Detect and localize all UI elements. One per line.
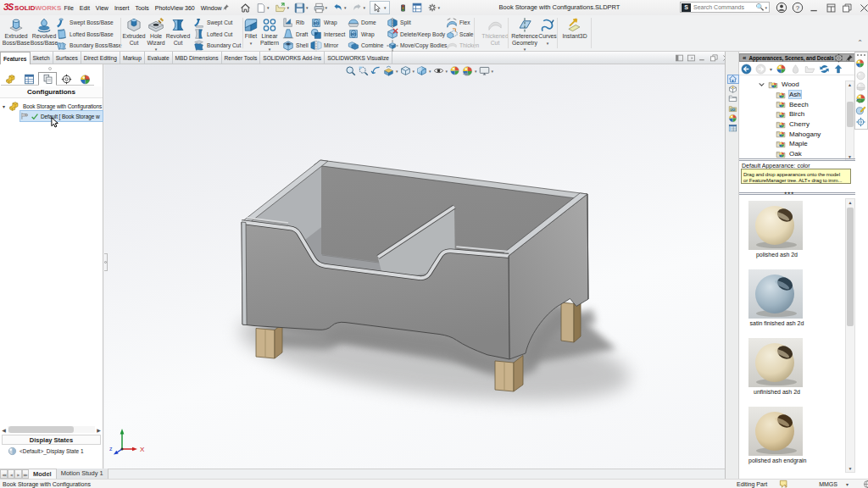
tree-collapse-icon[interactable]: ▾: [0, 103, 8, 109]
left-panel-hscrollbar[interactable]: ◀ ▶: [0, 425, 103, 434]
options-caret-icon[interactable]: ▾: [438, 5, 441, 10]
restore-button[interactable]: [839, 3, 856, 14]
tp-tab-file-explorer[interactable]: [727, 94, 739, 103]
tab-sketch[interactable]: Sketch: [31, 52, 53, 64]
ribbon-flex-button[interactable]: Flex: [446, 17, 470, 28]
tp-tab-view-palette[interactable]: [727, 104, 739, 114]
menu-window[interactable]: Window: [198, 5, 225, 11]
pane-disabled-1[interactable]: [790, 64, 801, 75]
ribbon-swept-cut-button[interactable]: Swept Cut: [193, 17, 232, 28]
doc-minimize-icon[interactable]: [698, 54, 710, 62]
pane-appearances-button[interactable]: [776, 64, 787, 74]
tp-tab-resources[interactable]: [727, 75, 739, 84]
ribbon-collapse-icon[interactable]: ⌃: [857, 39, 863, 47]
ribbon-instant3d-button[interactable]: Instant3D: [557, 15, 593, 40]
motion-tab-model[interactable]: Model: [29, 469, 57, 479]
print-button[interactable]: ▾: [311, 1, 331, 14]
appearance-thumb-4[interactable]: polished ash endgrain: [748, 407, 805, 464]
graphics-area[interactable]: ▾▾▾▾▾▾ Xz: [104, 64, 725, 469]
tab-features[interactable]: Features: [0, 52, 31, 64]
tape-button-2[interactable]: ▶: [14, 469, 22, 479]
ribbon-delete-keep-body-button[interactable]: Delete/Keep Body: [387, 29, 445, 40]
apply-scene-button[interactable]: [462, 65, 473, 76]
tree-item-default-config[interactable]: Default [ Book Storage w: [20, 111, 103, 121]
section-view-caret-icon[interactable]: ▾: [396, 69, 398, 74]
search-input[interactable]: [691, 4, 756, 10]
thumbnails-scrollbar[interactable]: ▲▼: [845, 198, 855, 473]
ribbon-shell-button[interactable]: Shell: [282, 40, 309, 51]
appearance-item-ash[interactable]: Ash: [739, 90, 844, 100]
zoom-area-button[interactable]: [358, 65, 369, 76]
ribbon-scale-button[interactable]: Scale: [446, 29, 474, 40]
hscroll-thumb[interactable]: [8, 426, 74, 433]
undo-button[interactable]: ▾: [330, 1, 349, 14]
ribbon-intersect-button[interactable]: Intersect: [310, 29, 345, 40]
menu-file[interactable]: File: [61, 5, 76, 11]
units-caret-icon[interactable]: ▾: [846, 481, 849, 487]
help-button[interactable]: ?: [790, 2, 807, 14]
tree-expand-icon[interactable]: [758, 80, 765, 88]
apply-scene-caret-icon[interactable]: ▾: [475, 69, 477, 74]
close-button[interactable]: [856, 3, 868, 14]
section-view-button[interactable]: [383, 65, 394, 76]
panel-collapse-handle[interactable]: [104, 253, 108, 271]
display-style-button[interactable]: [416, 65, 427, 76]
menu-view[interactable]: View: [92, 5, 111, 11]
tab-render-tools[interactable]: Render Tools: [222, 52, 261, 64]
motion-tab-motion-study-1[interactable]: Motion Study 1: [57, 469, 108, 479]
menu-tools[interactable]: Tools: [132, 5, 152, 11]
tree-item-root[interactable]: ▾Book Storage with Configurations: [0, 101, 103, 111]
menu-pin-icon[interactable]: [222, 3, 230, 11]
hscroll-left-arrow[interactable]: ◀: [0, 427, 8, 433]
ribbon-dome-button[interactable]: Dome: [348, 17, 376, 28]
status-units-label[interactable]: MMGS: [819, 481, 837, 487]
pane-forward-caret-icon[interactable]: ▾: [770, 66, 772, 72]
previous-view-button[interactable]: [370, 65, 381, 76]
fm-tab-display[interactable]: [75, 72, 94, 86]
panel-grip[interactable]: [48, 67, 52, 70]
pane-forward-button[interactable]: [755, 64, 766, 75]
home-button[interactable]: [237, 1, 253, 14]
fly-decal-icon[interactable]: [855, 81, 867, 92]
open-button[interactable]: ▾: [272, 1, 292, 14]
new-document-button[interactable]: ▾: [253, 1, 272, 14]
toolbar-grip[interactable]: [857, 54, 865, 57]
tape-button-1[interactable]: ◀: [8, 469, 15, 479]
redo-caret-icon[interactable]: ▾: [364, 5, 366, 10]
scroll-thumb[interactable]: [847, 208, 854, 326]
tab-mbd-dimensions[interactable]: MBD Dimensions: [173, 52, 222, 64]
login-button[interactable]: [773, 2, 790, 14]
appearance-item-oak[interactable]: Oak: [739, 149, 844, 159]
pane-refresh-button[interactable]: [819, 64, 830, 75]
caret-down-icon[interactable]: ▾: [530, 41, 565, 46]
save-caret-icon[interactable]: ▾: [306, 5, 309, 10]
pane-pin-icon[interactable]: [845, 53, 854, 63]
fly-appearance2-icon[interactable]: [855, 93, 867, 103]
tab-evaluate[interactable]: Evaluate: [145, 52, 173, 64]
ribbon-lofted-cut-button[interactable]: Lofted Cut: [193, 29, 232, 40]
model-3d[interactable]: [104, 64, 725, 469]
ribbon-split-button[interactable]: Split: [387, 17, 411, 28]
appearance-item-beech[interactable]: Beech: [739, 99, 844, 109]
ribbon-swept-boss-button[interactable]: Swept Boss/Base: [56, 17, 114, 28]
search-box[interactable]: S 🔍 ▾: [680, 2, 770, 13]
appearance-thumb-1[interactable]: polished ash 2d: [748, 201, 805, 258]
status-sphere-icon[interactable]: [863, 480, 868, 488]
ribbon-boundary-boss-button[interactable]: Boundary Boss/Base: [56, 40, 122, 51]
expand-pane-icon[interactable]: «: [743, 54, 746, 62]
ribbon-combine-button[interactable]: Combine: [348, 40, 383, 51]
scroll-down-icon[interactable]: ▼: [846, 465, 854, 472]
open-caret-icon[interactable]: ▾: [287, 5, 290, 10]
appearance-folder-wood[interactable]: Wood: [739, 80, 844, 90]
ribbon-rib-button[interactable]: Rib: [282, 17, 304, 28]
fly-scene-icon[interactable]: [855, 70, 867, 80]
menu-insert[interactable]: Insert: [111, 5, 132, 11]
ribbon-move-copy-bodies-button[interactable]: Move/Copy Bodies: [387, 40, 447, 51]
search-icon[interactable]: 🔍: [756, 3, 765, 12]
redo-button[interactable]: ▾: [349, 1, 369, 14]
next-doc-icon[interactable]: [687, 54, 699, 62]
appearance-thumb-2[interactable]: satin finished ash 2d: [748, 269, 805, 327]
zoom-fit-button[interactable]: [345, 65, 356, 76]
appearance-item-birch[interactable]: Birch: [739, 109, 844, 119]
pane-back-button[interactable]: [741, 64, 752, 75]
